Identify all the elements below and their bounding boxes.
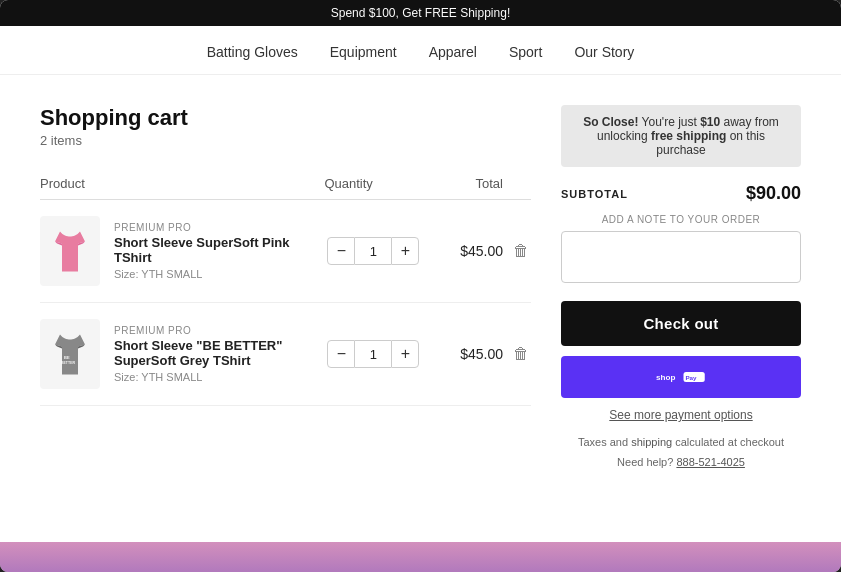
cart-title: Shopping cart [40,105,531,131]
cart-section: Shopping cart 2 items Product Quantity T… [40,105,531,468]
cart-items-count: 2 items [40,133,531,148]
nav-item-equipment[interactable]: Equipment [330,44,397,60]
item-image-2: BE BETTER [40,319,100,389]
main-nav: Batting Gloves Equipment Apparel Sport O… [0,26,841,75]
qty-increase-1[interactable]: + [391,237,419,265]
svg-text:BETTER: BETTER [61,361,75,365]
subtotal-row: SUBTOTAL $90.00 [561,183,801,204]
cart-item-1: PREMIUM PRO Short Sleeve SuperSoft Pink … [40,200,531,303]
item-details-2: PREMIUM PRO Short Sleeve "BE BETTER" Sup… [114,325,309,383]
shipping-link[interactable]: shipping [631,436,672,448]
svg-text:Pay: Pay [685,374,697,381]
subtotal-label: SUBTOTAL [561,188,628,200]
help-prefix: Need help? [617,456,676,468]
qty-increase-2[interactable]: + [391,340,419,368]
subtotal-amount: $90.00 [746,183,801,204]
item-name-2: Short Sleeve "BE BETTER" SuperSoft Grey … [114,338,309,368]
note-label: ADD A NOTE TO YOUR ORDER [561,214,801,225]
nav-item-batting-gloves[interactable]: Batting Gloves [207,44,298,60]
item-image-1 [40,216,100,286]
qty-value-2: 1 [355,340,391,368]
item-brand-2: PREMIUM PRO [114,325,309,336]
taxes-text-2: calculated at checkout [672,436,784,448]
delete-item-2[interactable]: 🗑 [511,345,531,363]
announcement-bar: Spend $100, Get FREE Shipping! [0,0,841,26]
order-note-input[interactable] [561,231,801,283]
col-header-quantity: Quantity [272,176,426,191]
svg-text:BE: BE [64,355,70,360]
svg-text:shop: shop [656,373,675,382]
help-phone[interactable]: 888-521-4025 [676,456,745,468]
more-payment-options[interactable]: See more payment options [561,408,801,422]
nav-item-sport[interactable]: Sport [509,44,542,60]
cart-item-2: BE BETTER PREMIUM PRO Short Sleeve "BE B… [40,303,531,406]
shop-pay-button[interactable]: shop Pay [561,356,801,398]
taxes-text-1: Taxes and [578,436,631,448]
item-brand-1: PREMIUM PRO [114,222,309,233]
qty-decrease-1[interactable]: − [327,237,355,265]
shop-pay-icon: shop Pay [656,369,706,385]
bottom-image-strip [0,542,841,572]
item-size-2: Size: YTH SMALL [114,371,309,383]
delete-item-1[interactable]: 🗑 [511,242,531,260]
cart-table-header: Product Quantity Total [40,166,531,200]
item-size-1: Size: YTH SMALL [114,268,309,280]
announcement-text: Spend $100, Get FREE Shipping! [331,6,510,20]
item-quantity-2: − 1 + [309,340,439,368]
nav-item-apparel[interactable]: Apparel [429,44,477,60]
qty-decrease-2[interactable]: − [327,340,355,368]
item-price-1: $45.00 [438,243,511,259]
checkout-button[interactable]: Check out [561,301,801,346]
item-name-1: Short Sleeve SuperSoft Pink TShirt [114,235,309,265]
cart-sidebar: So Close! You're just $10 away from unlo… [561,105,801,468]
item-details-1: PREMIUM PRO Short Sleeve SuperSoft Pink … [114,222,309,280]
item-quantity-1: − 1 + [309,237,439,265]
shipping-banner-so-close: So Close! [583,115,638,129]
nav-item-our-story[interactable]: Our Story [574,44,634,60]
qty-value-1: 1 [355,237,391,265]
col-header-product: Product [40,176,272,191]
help-text: Need help? 888-521-4025 [561,456,801,468]
taxes-info: Taxes and shipping calculated at checkou… [561,436,801,448]
col-header-total: Total [426,176,531,191]
shipping-banner: So Close! You're just $10 away from unlo… [561,105,801,167]
item-price-2: $45.00 [438,346,511,362]
